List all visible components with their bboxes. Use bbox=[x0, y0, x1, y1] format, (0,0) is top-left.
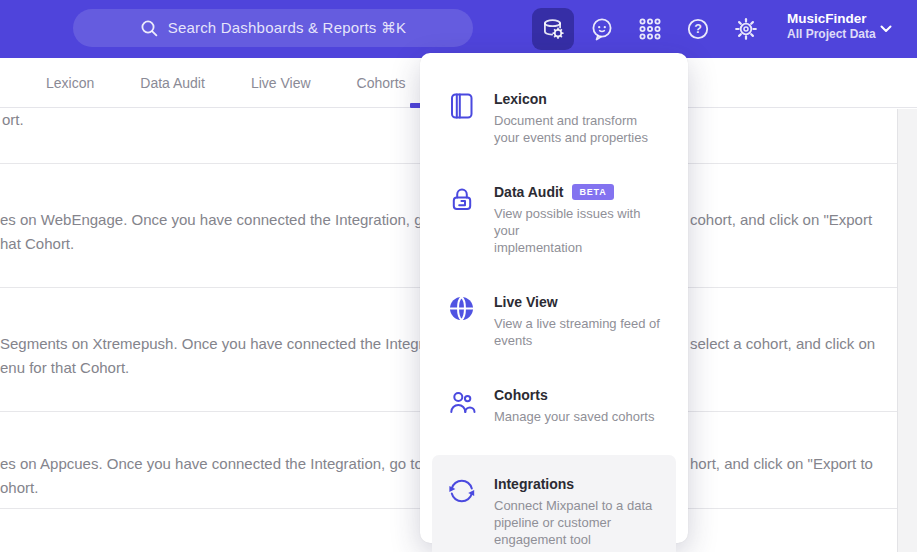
tab-live-view[interactable]: Live View bbox=[251, 75, 311, 91]
top-navigation-bar: Search Dashboards & Reports ⌘K bbox=[0, 0, 917, 58]
data-management-dropdown: Lexicon Document and transform your even… bbox=[420, 53, 688, 543]
menu-item-description: View possible issues with your implement… bbox=[494, 205, 662, 256]
menu-item-data-audit[interactable]: Data Audit BETA View possible issues wit… bbox=[432, 171, 676, 268]
faq-text-fragment: ort. bbox=[2, 110, 24, 130]
page-right-margin bbox=[897, 109, 917, 552]
faq-text-fragment: hort, and click on "Export to bbox=[690, 454, 873, 474]
app-window: ort. es on WebEngage. Once you have conn… bbox=[0, 0, 917, 552]
menu-item-description: Document and transform your events and p… bbox=[494, 112, 662, 146]
chevron-down-icon[interactable] bbox=[879, 23, 893, 35]
audit-lock-icon bbox=[446, 183, 478, 215]
feedback-button[interactable] bbox=[581, 8, 623, 50]
search-icon bbox=[140, 19, 158, 37]
search-placeholder: Search Dashboards & Reports ⌘K bbox=[168, 19, 407, 37]
menu-item-lexicon[interactable]: Lexicon Document and transform your even… bbox=[432, 78, 676, 158]
tab-data-audit[interactable]: Data Audit bbox=[140, 75, 205, 91]
help-button[interactable]: ? bbox=[677, 8, 719, 50]
sync-icon bbox=[446, 475, 478, 507]
menu-item-title: Cohorts bbox=[494, 386, 548, 404]
beta-badge: BETA bbox=[572, 184, 613, 200]
people-icon bbox=[446, 386, 478, 418]
help-icon: ? bbox=[685, 16, 711, 42]
book-icon bbox=[446, 90, 478, 122]
tab-cohorts[interactable]: Cohorts bbox=[357, 75, 406, 91]
faq-text-fragment: es on WebEngage. Once you have connected… bbox=[0, 210, 473, 230]
faq-text-fragment: cohort, and click on "Export bbox=[690, 210, 872, 230]
menu-item-description: Connect Mixpanel to a data pipeline or c… bbox=[494, 497, 662, 548]
faq-text-fragment: select a cohort, and click on bbox=[690, 334, 875, 354]
faq-text-fragment: ohort. bbox=[0, 478, 38, 498]
menu-item-title: Lexicon bbox=[494, 90, 547, 108]
feedback-icon bbox=[589, 16, 615, 42]
menu-item-title: Data Audit bbox=[494, 183, 563, 201]
data-management-icon bbox=[540, 16, 566, 42]
apps-grid-icon bbox=[637, 16, 663, 42]
project-subtitle: All Project Data bbox=[787, 27, 876, 42]
menu-item-description: View a live streaming feed of events bbox=[494, 315, 662, 349]
project-switcher[interactable]: MusicFinder All Project Data bbox=[787, 10, 876, 42]
menu-item-title: Integrations bbox=[494, 475, 574, 493]
settings-icon bbox=[733, 16, 759, 42]
faq-text-fragment: hat Cohort. bbox=[0, 234, 74, 254]
svg-text:?: ? bbox=[694, 22, 702, 36]
faq-text-fragment: Segments on Xtremepush. Once you have co… bbox=[0, 334, 460, 354]
menu-item-integrations[interactable]: Integrations Connect Mixpanel to a data … bbox=[432, 455, 676, 552]
apps-grid-button[interactable] bbox=[629, 8, 671, 50]
faq-text-fragment: es on Appcues. Once you have connected t… bbox=[0, 454, 464, 474]
settings-button[interactable] bbox=[725, 8, 767, 50]
search-input[interactable]: Search Dashboards & Reports ⌘K bbox=[73, 9, 473, 47]
menu-item-cohorts[interactable]: Cohorts Manage your saved cohorts bbox=[432, 374, 676, 437]
globe-icon bbox=[446, 293, 478, 325]
project-name: MusicFinder bbox=[787, 10, 876, 27]
data-management-button[interactable] bbox=[532, 8, 574, 50]
tab-lexicon[interactable]: Lexicon bbox=[46, 75, 94, 91]
menu-item-description: Manage your saved cohorts bbox=[494, 408, 662, 425]
menu-item-live-view[interactable]: Live View View a live streaming feed of … bbox=[432, 281, 676, 361]
menu-item-title: Live View bbox=[494, 293, 558, 311]
faq-text-fragment: enu for that Cohort. bbox=[0, 358, 129, 378]
